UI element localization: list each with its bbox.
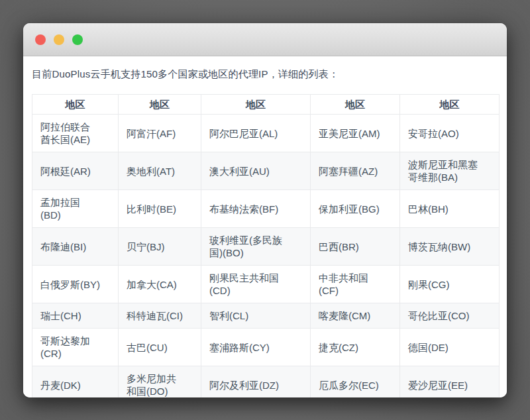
region-table-body: 阿拉伯联合 酋长国(AE)阿富汗(AF)阿尔巴尼亚(AL)亚美尼亚(AM)安哥拉… [32, 115, 500, 398]
region-cell: 博茨瓦纳(BW) [400, 228, 500, 266]
window-titlebar[interactable] [23, 23, 507, 56]
region-cell: 波斯尼亚和黑塞 哥维那(BA) [400, 152, 500, 190]
region-cell: 巴西(BR) [311, 228, 400, 266]
region-table: 地区地区地区地区地区 阿拉伯联合 酋长国(AE)阿富汗(AF)阿尔巴尼亚(AL)… [32, 94, 500, 397]
region-cell: 白俄罗斯(BY) [32, 266, 119, 303]
region-cell: 孟加拉国 (BD) [32, 190, 119, 228]
region-cell: 瑞士(CH) [32, 303, 119, 329]
region-cell: 阿塞拜疆(AZ) [311, 152, 400, 190]
table-row: 阿拉伯联合 酋长国(AE)阿富汗(AF)阿尔巴尼亚(AL)亚美尼亚(AM)安哥拉… [32, 115, 500, 152]
region-column-header: 地区 [400, 95, 500, 115]
region-cell: 阿根廷(AR) [32, 152, 119, 190]
region-cell: 保加利亚(BG) [311, 190, 400, 228]
table-row: 阿根廷(AR)奥地利(AT)澳大利亚(AU)阿塞拜疆(AZ)波斯尼亚和黑塞 哥维… [32, 152, 500, 190]
table-row: 瑞士(CH)科特迪瓦(CI)智利(CL)喀麦隆(CM)哥伦比亚(CO) [32, 303, 500, 329]
region-cell: 中非共和国 (CF) [311, 266, 400, 303]
region-cell: 澳大利亚(AU) [201, 152, 311, 190]
region-cell: 喀麦隆(CM) [311, 303, 400, 329]
table-row: 丹麦(DK)多米尼加共 和国(DO)阿尔及利亚(DZ)厄瓜多尔(EC)爱沙尼亚(… [32, 366, 500, 398]
region-column-header: 地区 [311, 95, 400, 115]
page-content: 目前DuoPlus云手机支持150多个国家或地区的代理IP，详细的列表： 地区地… [23, 56, 507, 397]
region-cell: 科特迪瓦(CI) [119, 303, 201, 329]
region-cell: 哥斯达黎加 (CR) [32, 329, 119, 366]
region-column-header: 地区 [32, 95, 119, 115]
table-header-row: 地区地区地区地区地区 [32, 95, 500, 115]
region-cell: 爱沙尼亚(EE) [400, 366, 500, 398]
region-cell: 古巴(CU) [119, 329, 201, 366]
region-cell: 刚果(CG) [400, 266, 500, 303]
table-row: 哥斯达黎加 (CR)古巴(CU)塞浦路斯(CY)捷克(CZ)德国(DE) [32, 329, 500, 366]
region-cell: 德国(DE) [400, 329, 500, 366]
maximize-button[interactable] [72, 34, 83, 45]
region-cell: 阿富汗(AF) [119, 115, 201, 152]
intro-text: 目前DuoPlus云手机支持150多个国家或地区的代理IP，详细的列表： [32, 67, 498, 81]
region-cell: 比利时(BE) [119, 190, 201, 228]
desktop-background: { "window": { "controls": [ { "name": "c… [0, 0, 530, 420]
region-cell: 亚美尼亚(AM) [311, 115, 400, 152]
region-cell: 阿尔巴尼亚(AL) [201, 115, 311, 152]
region-cell: 丹麦(DK) [32, 366, 119, 398]
region-cell: 塞浦路斯(CY) [201, 329, 311, 366]
region-cell: 奥地利(AT) [119, 152, 201, 190]
table-row: 孟加拉国 (BD)比利时(BE)布基纳法索(BF)保加利亚(BG)巴林(BH) [32, 190, 500, 228]
table-row: 布隆迪(BI)贝宁(BJ)玻利维亚(多民族 国)(BO)巴西(BR)博茨瓦纳(B… [32, 228, 500, 266]
window-controls [35, 34, 83, 45]
region-cell: 哥伦比亚(CO) [400, 303, 500, 329]
close-button[interactable] [35, 34, 46, 45]
region-column-header: 地区 [201, 95, 311, 115]
region-cell: 布隆迪(BI) [32, 228, 119, 266]
region-column-header: 地区 [119, 95, 201, 115]
region-cell: 玻利维亚(多民族 国)(BO) [201, 228, 311, 266]
region-cell: 布基纳法索(BF) [201, 190, 311, 228]
region-cell: 巴林(BH) [400, 190, 500, 228]
region-cell: 阿尔及利亚(DZ) [201, 366, 311, 398]
region-cell: 刚果民主共和国 (CD) [201, 266, 311, 303]
region-cell: 安哥拉(AO) [400, 115, 500, 152]
app-window: 目前DuoPlus云手机支持150多个国家或地区的代理IP，详细的列表： 地区地… [23, 23, 507, 397]
table-row: 白俄罗斯(BY)加拿大(CA)刚果民主共和国 (CD)中非共和国 (CF)刚果(… [32, 266, 500, 303]
region-cell: 多米尼加共 和国(DO) [119, 366, 201, 398]
region-cell: 贝宁(BJ) [119, 228, 201, 266]
region-cell: 加拿大(CA) [119, 266, 201, 303]
region-cell: 厄瓜多尔(EC) [311, 366, 400, 398]
minimize-button[interactable] [54, 34, 64, 45]
region-cell: 阿拉伯联合 酋长国(AE) [32, 115, 119, 152]
region-cell: 捷克(CZ) [311, 329, 400, 366]
region-cell: 智利(CL) [201, 303, 311, 329]
